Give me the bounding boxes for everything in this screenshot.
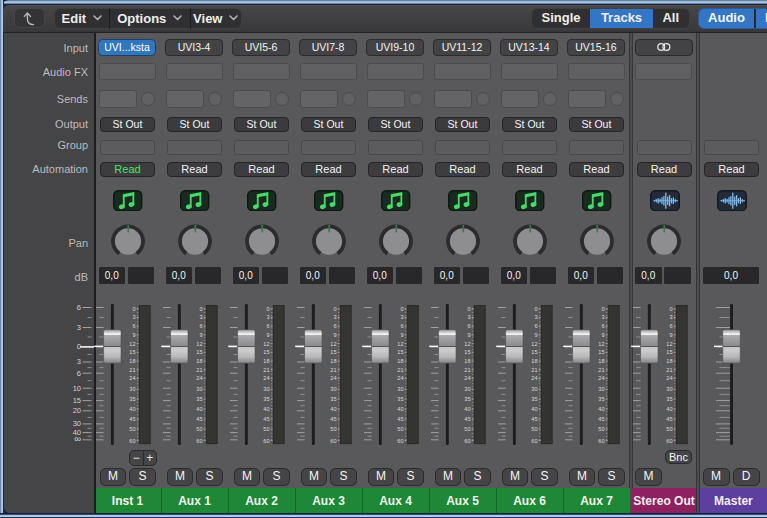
- svg-text:0: 0: [333, 306, 336, 312]
- svg-text:45: 45: [531, 416, 537, 422]
- svg-text:0: 0: [534, 306, 537, 312]
- svg-text:9: 9: [669, 332, 672, 338]
- svg-text:35: 35: [397, 396, 403, 402]
- svg-text:24: 24: [397, 375, 403, 381]
- svg-text:6: 6: [601, 323, 604, 329]
- svg-text:30: 30: [464, 386, 470, 392]
- svg-text:6: 6: [669, 323, 672, 329]
- svg-text:24: 24: [129, 375, 135, 381]
- svg-text:10: 10: [73, 384, 81, 393]
- svg-text:15: 15: [464, 349, 470, 355]
- svg-text:15: 15: [531, 349, 537, 355]
- svg-text:21: 21: [666, 367, 672, 373]
- svg-text:18: 18: [129, 358, 135, 364]
- svg-text:30: 30: [73, 419, 81, 428]
- svg-text:35: 35: [666, 396, 672, 402]
- svg-text:6: 6: [199, 323, 202, 329]
- svg-text:6: 6: [534, 323, 537, 329]
- svg-text:45: 45: [330, 416, 336, 422]
- svg-text:3: 3: [601, 314, 604, 320]
- svg-text:18: 18: [330, 358, 336, 364]
- svg-text:50: 50: [263, 426, 269, 432]
- svg-text:45: 45: [666, 416, 672, 422]
- svg-text:45: 45: [397, 416, 403, 422]
- svg-text:40: 40: [196, 406, 202, 412]
- svg-text:15: 15: [330, 349, 336, 355]
- svg-text:24: 24: [666, 375, 672, 381]
- svg-text:18: 18: [196, 358, 202, 364]
- svg-text:15: 15: [73, 396, 81, 405]
- svg-text:35: 35: [464, 396, 470, 402]
- svg-text:9: 9: [400, 332, 403, 338]
- svg-text:60: 60: [330, 438, 336, 444]
- svg-text:12: 12: [129, 341, 135, 347]
- svg-text:21: 21: [263, 367, 269, 373]
- svg-text:9: 9: [132, 332, 135, 338]
- svg-text:40: 40: [531, 406, 537, 412]
- svg-text:24: 24: [598, 375, 604, 381]
- svg-text:9: 9: [601, 332, 604, 338]
- svg-text:3: 3: [400, 314, 403, 320]
- svg-text:18: 18: [666, 358, 672, 364]
- svg-text:3: 3: [77, 357, 81, 366]
- svg-text:3: 3: [669, 314, 672, 320]
- svg-text:60: 60: [598, 438, 604, 444]
- svg-text:30: 30: [263, 386, 269, 392]
- svg-text:40: 40: [397, 406, 403, 412]
- svg-text:21: 21: [397, 367, 403, 373]
- svg-text:6: 6: [77, 369, 81, 378]
- svg-text:35: 35: [196, 396, 202, 402]
- svg-text:21: 21: [129, 367, 135, 373]
- svg-text:12: 12: [397, 341, 403, 347]
- svg-text:35: 35: [263, 396, 269, 402]
- svg-text:9: 9: [199, 332, 202, 338]
- svg-text:6: 6: [467, 323, 470, 329]
- svg-text:40: 40: [464, 406, 470, 412]
- svg-text:3: 3: [266, 314, 269, 320]
- svg-text:45: 45: [263, 416, 269, 422]
- svg-text:50: 50: [129, 426, 135, 432]
- svg-text:15: 15: [397, 349, 403, 355]
- svg-text:6: 6: [132, 323, 135, 329]
- svg-text:50: 50: [196, 426, 202, 432]
- svg-text:24: 24: [196, 375, 202, 381]
- svg-text:18: 18: [598, 358, 604, 364]
- svg-text:0: 0: [601, 306, 604, 312]
- svg-text:30: 30: [129, 386, 135, 392]
- svg-text:6: 6: [266, 323, 269, 329]
- svg-text:12: 12: [330, 341, 336, 347]
- svg-text:18: 18: [531, 358, 537, 364]
- svg-text:30: 30: [598, 386, 604, 392]
- svg-text:30: 30: [531, 386, 537, 392]
- svg-text:24: 24: [263, 375, 269, 381]
- svg-text:60: 60: [196, 438, 202, 444]
- svg-text:40: 40: [129, 406, 135, 412]
- svg-text:45: 45: [598, 416, 604, 422]
- svg-text:50: 50: [666, 426, 672, 432]
- svg-text:60: 60: [129, 438, 135, 444]
- svg-text:50: 50: [464, 426, 470, 432]
- svg-text:45: 45: [464, 416, 470, 422]
- svg-text:30: 30: [196, 386, 202, 392]
- svg-text:9: 9: [333, 332, 336, 338]
- svg-text:0: 0: [266, 306, 269, 312]
- svg-text:15: 15: [196, 349, 202, 355]
- svg-text:18: 18: [464, 358, 470, 364]
- svg-text:3: 3: [77, 323, 81, 332]
- svg-text:60: 60: [263, 438, 269, 444]
- svg-text:0: 0: [77, 342, 81, 351]
- svg-text:15: 15: [666, 349, 672, 355]
- svg-text:35: 35: [330, 396, 336, 402]
- svg-text:6: 6: [77, 303, 81, 312]
- svg-text:0: 0: [132, 306, 135, 312]
- svg-text:3: 3: [333, 314, 336, 320]
- svg-text:20: 20: [73, 406, 81, 415]
- svg-text:21: 21: [531, 367, 537, 373]
- svg-text:9: 9: [266, 332, 269, 338]
- svg-text:35: 35: [531, 396, 537, 402]
- svg-text:60: 60: [531, 438, 537, 444]
- svg-text:40: 40: [598, 406, 604, 412]
- svg-text:45: 45: [196, 416, 202, 422]
- svg-text:24: 24: [464, 375, 470, 381]
- svg-text:50: 50: [531, 426, 537, 432]
